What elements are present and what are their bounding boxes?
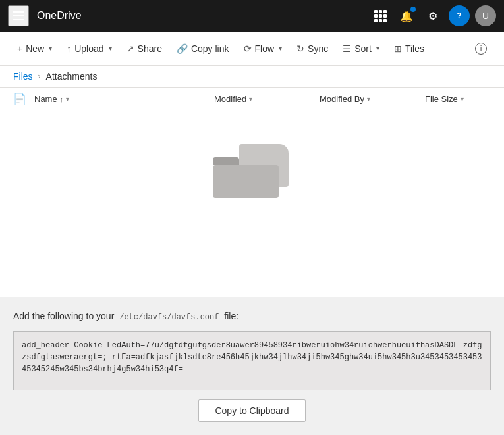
overlay-panel: Add the following to your /etc/davfs/dav…	[0, 297, 504, 435]
notification-badge	[410, 7, 416, 12]
tiles-icon: ⊞	[394, 43, 402, 54]
modified-caret: ▾	[249, 95, 252, 103]
col-filesize-header[interactable]: File Size ▾	[425, 94, 491, 104]
info-button[interactable]: i	[468, 37, 493, 61]
code-box[interactable]: add_header Cookie FedAuth=77u/dgfdfgufgs…	[13, 331, 491, 390]
sync-button[interactable]: ↻ Sync	[290, 37, 335, 61]
sort-arrow-up: ↑	[60, 95, 64, 103]
top-bar: OneDrive 🔔 ⚙ ? U	[0, 0, 504, 32]
name-col-caret: ▾	[66, 95, 69, 103]
app-name: OneDrive	[37, 10, 362, 22]
gear-icon: ⚙	[428, 10, 437, 22]
avatar[interactable]: U	[475, 5, 496, 26]
overlay-intro: Add the following to your	[13, 311, 114, 321]
top-icons: 🔔 ⚙ ? U	[370, 5, 496, 26]
overlay-path: /etc/davfs/davfs.conf	[119, 313, 219, 322]
help-button[interactable]: ?	[449, 5, 470, 26]
sync-label: Sync	[308, 43, 328, 54]
new-caret: ▾	[49, 45, 52, 52]
breadcrumb-current: Attachments	[46, 71, 98, 82]
avatar-initial: U	[482, 11, 489, 21]
upload-label: Upload	[74, 43, 103, 54]
new-label: New	[26, 43, 44, 54]
sort-label: Sort	[354, 43, 372, 54]
file-icon: 📄	[13, 93, 26, 105]
breadcrumb-files[interactable]: Files	[13, 71, 33, 82]
help-icon: ?	[457, 11, 461, 20]
hamburger-button[interactable]	[8, 5, 29, 26]
page-wrapper: OneDrive 🔔 ⚙ ? U	[0, 0, 504, 435]
tiles-label: Tiles	[405, 43, 424, 54]
flow-label: Flow	[255, 43, 275, 54]
hamburger-icon	[13, 11, 24, 20]
settings-button[interactable]: ⚙	[422, 5, 443, 26]
filesize-caret: ▾	[461, 95, 464, 103]
upload-button[interactable]: ↑ Upload ▾	[60, 37, 118, 61]
breadcrumb-separator: ›	[38, 72, 41, 81]
waffle-button[interactable]	[370, 5, 391, 26]
breadcrumb: Files › Attachments	[0, 66, 504, 88]
flow-button[interactable]: ⟳ Flow ▾	[237, 37, 289, 61]
copy-link-label: Copy link	[191, 43, 229, 54]
notification-button[interactable]: 🔔	[396, 5, 417, 26]
plus-icon: +	[17, 43, 22, 54]
sort-caret: ▾	[376, 45, 379, 52]
overlay-suffix: file:	[224, 311, 238, 321]
share-icon: ↗	[126, 43, 134, 54]
share-label: Share	[138, 43, 162, 54]
info-icon: i	[475, 43, 487, 55]
col-modified-header[interactable]: Modified ▾	[214, 94, 320, 104]
filesize-col-label: File Size	[425, 94, 458, 104]
col-name-header[interactable]: Name ↑ ▾	[34, 94, 214, 104]
modified-by-caret: ▾	[367, 95, 370, 103]
col-modified-by-header[interactable]: Modified By ▾	[320, 94, 425, 104]
sort-button[interactable]: ☰ Sort ▾	[336, 37, 386, 61]
copy-to-clipboard-button[interactable]: Copy to Clipboard	[198, 399, 305, 422]
upload-caret: ▾	[109, 45, 112, 52]
flow-icon: ⟳	[244, 43, 252, 54]
share-button[interactable]: ↗ Share	[120, 37, 169, 61]
new-button[interactable]: + New ▾	[11, 37, 59, 61]
link-icon: 🔗	[177, 43, 188, 54]
col-icon-header: 📄	[13, 93, 34, 105]
upload-icon: ↑	[67, 43, 71, 54]
copy-link-button[interactable]: 🔗 Copy link	[170, 37, 236, 61]
content-area: Add the following to your /etc/davfs/dav…	[0, 111, 504, 435]
overlay-title: Add the following to your /etc/davfs/dav…	[13, 311, 491, 322]
column-headers: 📄 Name ↑ ▾ Modified ▾ Modified By ▾ File…	[0, 88, 504, 111]
empty-folder-icon	[213, 138, 292, 197]
modified-by-col-label: Modified By	[320, 94, 364, 104]
name-col-label: Name	[34, 94, 57, 104]
sync-icon: ↻	[296, 43, 304, 54]
tiles-button[interactable]: ⊞ Tiles	[387, 37, 431, 61]
modified-col-label: Modified	[214, 94, 246, 104]
flow-caret: ▾	[279, 45, 282, 52]
sort-icon: ☰	[343, 43, 351, 54]
toolbar: + New ▾ ↑ Upload ▾ ↗ Share 🔗 Copy link ⟳…	[0, 32, 504, 66]
waffle-icon	[374, 10, 387, 22]
